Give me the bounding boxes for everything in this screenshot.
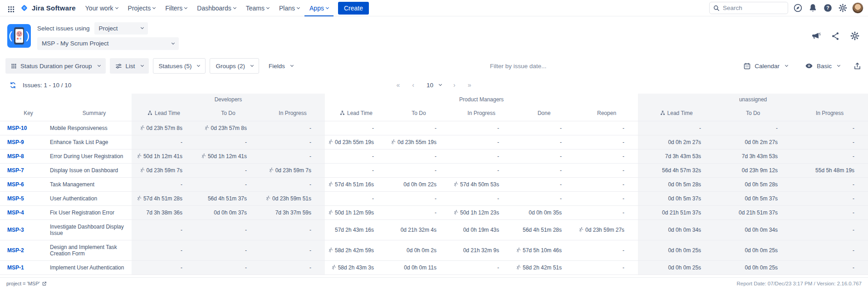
last-page-button[interactable]: » [468, 81, 472, 89]
issue-key-cell: MSP-9 [0, 135, 50, 149]
issue-key-cell: MSP-3 [0, 219, 50, 240]
create-button[interactable]: Create [338, 2, 369, 15]
calendar-dropdown[interactable]: Calendar [738, 58, 793, 74]
refresh-icon[interactable] [7, 80, 18, 90]
issue-key-link[interactable]: MSP-2 [7, 247, 24, 254]
fields-dropdown[interactable]: Fields [263, 58, 299, 74]
column-header: Lead Time [132, 105, 196, 121]
duration-cell: 0d 0h 0m 25s [715, 260, 791, 274]
issue-summary: Task Management [50, 177, 132, 191]
help-icon[interactable]: ? [822, 3, 833, 14]
issue-key-link[interactable]: MSP-4 [7, 209, 24, 216]
issue-key-link[interactable]: MSP-3 [7, 227, 24, 233]
search-box[interactable] [709, 2, 788, 14]
table-row: MSP-3Investigate Dashboard Display Issue… [0, 219, 868, 240]
share-icon[interactable] [829, 30, 841, 42]
duration-cell: 0d 23h 55m 19s [387, 135, 450, 149]
page-size-select[interactable]: 10 [427, 82, 441, 89]
duration-cell: - [575, 240, 638, 260]
jira-logo-icon [20, 3, 29, 13]
duration-cell: - [450, 135, 513, 149]
issue-summary: Design and Implement Task Creation Form [50, 240, 132, 260]
menu-item-apps[interactable]: Apps [304, 0, 333, 16]
report-type-dropdown[interactable]: Status Duration per Group [5, 58, 106, 74]
duration-cell: - [575, 163, 638, 177]
duration-cell: 0d 23h 55m 19s [325, 135, 387, 149]
project-select[interactable]: MSP - My Scrum Project [37, 37, 179, 50]
duration-cell: 50d 1h 12m 41s [196, 149, 260, 163]
menu-item-filters[interactable]: Filters [160, 0, 192, 16]
duration-cell: - [387, 205, 450, 219]
issue-key-cell: MSP-2 [0, 240, 50, 260]
menu-item-teams[interactable]: Teams [241, 0, 274, 16]
issue-summary: Enhance Task List Page [50, 135, 132, 149]
duration-cell: 0d 0h 5m 37s [715, 191, 791, 205]
duration-cell: 50d 1h 12m 23s [450, 205, 513, 219]
duration-cell: - [196, 163, 260, 177]
first-page-button[interactable]: « [397, 81, 401, 89]
view-mode-dropdown[interactable]: List [110, 58, 149, 74]
statuses-filter-dropdown[interactable]: Statuses (5) [153, 58, 206, 74]
duration-cell: - [513, 121, 575, 135]
eye-icon [805, 62, 813, 70]
svg-text:?: ? [826, 5, 829, 10]
duration-cell: - [715, 121, 791, 135]
issue-summary: Display Issue on Dashboard [50, 163, 132, 177]
display-mode-dropdown[interactable]: Basic [799, 58, 845, 74]
duration-cell: 0d 0h 0m 25s [715, 240, 791, 260]
feedback-megaphone-icon[interactable] [810, 30, 822, 42]
column-header: To Do [387, 105, 450, 121]
duration-cell: - [325, 163, 387, 177]
prev-page-button[interactable]: ‹ [412, 81, 415, 89]
duration-cell: - [575, 135, 638, 149]
issue-key-link[interactable]: MSP-10 [7, 125, 27, 131]
duration-cell: - [513, 149, 575, 163]
duration-cell: 0d 23h 59m 7s [132, 163, 196, 177]
issue-key-link[interactable]: MSP-5 [7, 195, 24, 202]
issue-key-link[interactable]: MSP-6 [7, 181, 24, 188]
menu-item-label: Filters [165, 5, 182, 12]
report-settings-gear-icon[interactable] [849, 30, 861, 42]
duration-cell: 7d 3h 43m 53s [638, 149, 715, 163]
column-header: In Progress [791, 105, 868, 121]
duration-cell: 0d 23h 57m 8s [196, 121, 260, 135]
notifications-bell-icon[interactable] [807, 3, 818, 14]
grid-icon [11, 63, 17, 70]
issue-date-filter-input[interactable]: Filter by issue date... [490, 63, 547, 70]
menu-item-dashboards[interactable]: Dashboards [192, 0, 241, 16]
discover-icon[interactable] [792, 3, 803, 14]
duration-cell: - [260, 219, 325, 240]
issue-source-select[interactable]: Project [94, 22, 148, 35]
jira-logo[interactable]: Jira Software [18, 3, 80, 13]
nav-right-controls: ? [709, 2, 863, 14]
duration-cell: - [791, 240, 868, 260]
issue-summary: Fix User Registration Error [50, 205, 132, 219]
external-link-icon[interactable] [42, 280, 47, 286]
next-page-button[interactable]: › [453, 81, 456, 89]
table-row: MSP-5User Authentication57d 4h 51m 28s56… [0, 191, 868, 205]
settings-gear-icon[interactable] [837, 3, 848, 14]
calendar-icon [743, 62, 751, 70]
issue-key-cell: MSP-6 [0, 177, 50, 191]
duration-cell: 58d 2h 43m 3s [325, 260, 387, 274]
groups-filter-dropdown[interactable]: Groups (2) [210, 58, 259, 74]
issue-key-link[interactable]: MSP-8 [7, 153, 24, 159]
search-input[interactable] [722, 4, 781, 12]
app-switcher-icon[interactable] [5, 3, 18, 13]
user-avatar[interactable] [852, 2, 863, 14]
duration-cell: 0d 21h 32m 9s [450, 240, 513, 260]
top-navigation: Jira Software Your workProjectsFiltersDa… [0, 0, 868, 16]
duration-cell: 58d 2h 42m 59s [325, 240, 387, 260]
menu-item-label: Dashboards [197, 5, 231, 12]
export-icon[interactable] [852, 60, 863, 71]
table-row: MSP-1Implement User Authentication---58d… [0, 260, 868, 274]
column-header: Lead Time [325, 105, 387, 121]
menu-item-your-work[interactable]: Your work [80, 0, 123, 16]
menu-item-plans[interactable]: Plans [274, 0, 304, 16]
issue-key-link[interactable]: MSP-7 [7, 167, 24, 174]
issue-key-link[interactable]: MSP-9 [7, 139, 24, 145]
menu-item-projects[interactable]: Projects [123, 0, 161, 16]
column-header: Lead Time [638, 105, 715, 121]
issue-key-link[interactable]: MSP-1 [7, 264, 24, 271]
table-row: MSP-8Error During User Registration50d 1… [0, 149, 868, 163]
